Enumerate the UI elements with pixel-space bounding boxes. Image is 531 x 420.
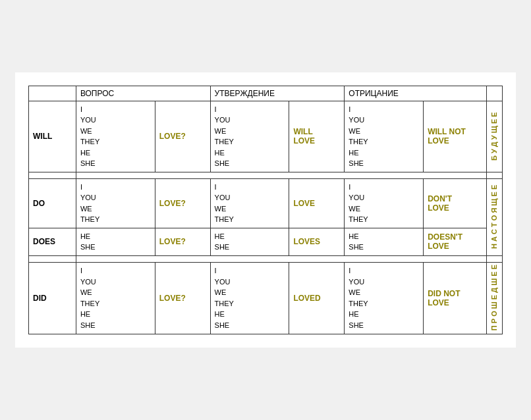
do-negative-pronouns: I YOU WE THEY xyxy=(345,178,424,228)
side-label-future: Б У Д У Щ Е Е xyxy=(486,101,502,172)
side-label-past: П Р О Ш Е Д Ш Е Е xyxy=(486,262,502,334)
does-affirmative-verb: LOVES xyxy=(289,228,345,255)
will-negative-verb: WILL NOTLOVE xyxy=(424,101,487,172)
did-negative-pronouns: I YOU WE THEY HE SHE xyxy=(345,262,424,334)
do-question-verb: LOVE? xyxy=(155,178,210,228)
do-affirmative-verb: LOVE xyxy=(289,178,345,228)
did-question-pronouns: I YOU WE THEY HE SHE xyxy=(76,262,155,334)
will-negative-pronouns: I YOU WE THEY HE SHE xyxy=(345,101,424,172)
does-question-pronouns: HE SHE xyxy=(76,228,155,255)
will-affirmative-verb: WILLLOVE xyxy=(289,101,345,172)
will-question-verb: LOVE? xyxy=(155,101,210,172)
will-affirmative-pronouns: I YOU WE THEY HE SHE xyxy=(210,101,289,172)
spacer1 xyxy=(29,172,76,178)
header-affirmative: УТВЕРЖДЕНИЕ xyxy=(210,86,345,101)
main-page: ВОПРОС УТВЕРЖДЕНИЕ ОТРИЦАНИЕ WILL I YOU … xyxy=(15,72,516,348)
spacer1b xyxy=(76,172,486,178)
header-question: ВОПРОС xyxy=(76,86,210,101)
did-negative-verb: DID NOTLOVE xyxy=(424,262,487,334)
do-affirmative-pronouns: I YOU WE THEY xyxy=(210,178,289,228)
did-affirmative-pronouns: I YOU WE THEY HE SHE xyxy=(210,262,289,334)
do-negative-verb: DON'TLOVE xyxy=(424,178,487,228)
tense-did: DID xyxy=(29,262,76,334)
did-affirmative-verb: LOVED xyxy=(289,262,345,334)
header-negative: ОТРИЦАНИЕ xyxy=(345,86,487,101)
does-negative-pronouns: HE SHE xyxy=(345,228,424,255)
will-question-pronouns: I YOU WE THEY HE SHE xyxy=(76,101,155,172)
did-question-verb: LOVE? xyxy=(155,262,210,334)
tense-does: DOES xyxy=(29,228,76,255)
side-label-present: Н А С Т О Я Щ Е Е xyxy=(486,178,502,255)
tense-do: DO xyxy=(29,178,76,228)
do-question-pronouns: I YOU WE THEY xyxy=(76,178,155,228)
header-empty xyxy=(29,86,76,101)
spacer2c xyxy=(486,255,502,262)
does-affirmative-pronouns: HE SHE xyxy=(210,228,289,255)
does-question-verb: LOVE? xyxy=(155,228,210,255)
does-negative-verb: DOESN'TLOVE xyxy=(424,228,487,255)
spacer2b xyxy=(76,255,486,262)
grammar-table: ВОПРОС УТВЕРЖДЕНИЕ ОТРИЦАНИЕ WILL I YOU … xyxy=(28,86,503,334)
spacer1c xyxy=(486,172,502,178)
spacer2 xyxy=(29,255,76,262)
header-side-empty xyxy=(486,86,502,101)
tense-will: WILL xyxy=(29,101,76,172)
